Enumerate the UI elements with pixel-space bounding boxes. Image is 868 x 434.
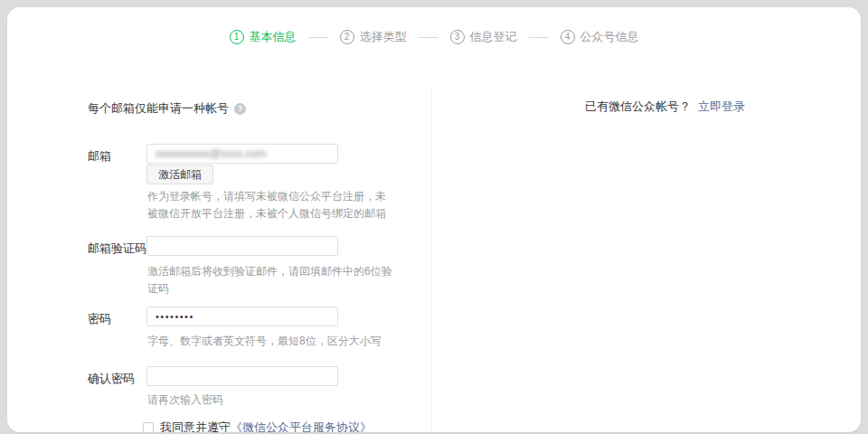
email-input[interactable]: xxxxxxxxxx@xxxx.com — [146, 144, 338, 164]
step-choose-type: 2 选择类型 — [340, 29, 407, 45]
step-1-circle: 1 — [230, 30, 244, 44]
confirm-password-input[interactable] — [146, 366, 338, 386]
password-help-text: 字母、数字或者英文符号，最短8位，区分大小写 — [147, 333, 382, 350]
login-hint: 已有微信公众帐号？立即登录 — [585, 99, 745, 115]
agreement-checkbox[interactable] — [143, 422, 154, 432]
email-help-text: 作为登录帐号，请填写未被微信公众平台注册，未 被微信开放平台注册，未被个人微信号… — [147, 188, 386, 222]
registration-card: 1 基本信息 2 选择类型 3 信息登记 4 公众号信息 每个邮箱仅能申请一种帐… — [7, 7, 861, 432]
step-3-circle: 3 — [450, 30, 465, 44]
step-separator — [308, 37, 328, 38]
step-2-label: 选择类型 — [360, 29, 407, 45]
step-4-circle: 4 — [561, 30, 575, 44]
password-input[interactable]: •••••••• — [146, 307, 338, 326]
confirm-password-label: 确认密码 — [88, 371, 135, 387]
step-3-label: 信息登记 — [470, 29, 517, 45]
confirm-password-help-text: 请再次输入密码 — [147, 392, 223, 409]
agreement-row: 我同意并遵守 《微信公众平台服务协议》 — [143, 420, 372, 432]
email-code-help-text: 激活邮箱后将收到验证邮件，请回填邮件中的6位验 证码 — [147, 263, 392, 297]
password-label: 密码 — [88, 311, 111, 327]
step-1-label: 基本信息 — [250, 29, 297, 45]
step-2-circle: 2 — [340, 30, 354, 44]
email-value-redacted: xxxxxxxxxx@xxxx.com — [156, 145, 266, 163]
login-now-link[interactable]: 立即登录 — [698, 99, 745, 113]
email-code-label: 邮箱验证码 — [88, 241, 146, 257]
step-account-info: 4 公众号信息 — [561, 29, 639, 45]
step-basic-info: 1 基本信息 — [230, 29, 297, 45]
column-divider — [431, 87, 432, 432]
help-icon[interactable]: ? — [234, 103, 246, 115]
step-separator — [419, 37, 439, 38]
agreement-link[interactable]: 《微信公众平台服务协议》 — [231, 420, 372, 432]
signup-stepper: 1 基本信息 2 选择类型 3 信息登记 4 公众号信息 — [7, 29, 861, 45]
step-4-label: 公众号信息 — [580, 29, 639, 45]
activate-email-button[interactable]: 激活邮箱 — [146, 165, 213, 184]
login-question: 已有微信公众帐号？ — [585, 99, 691, 113]
step-separator — [529, 37, 549, 38]
step-info-registration: 3 信息登记 — [450, 29, 517, 45]
form-heading: 每个邮箱仅能申请一种帐号 ? — [88, 100, 246, 117]
form-heading-text: 每个邮箱仅能申请一种帐号 — [88, 100, 229, 117]
agreement-text: 我同意并遵守 — [160, 420, 231, 432]
email-label: 邮箱 — [88, 148, 111, 165]
email-code-input[interactable] — [146, 236, 338, 256]
